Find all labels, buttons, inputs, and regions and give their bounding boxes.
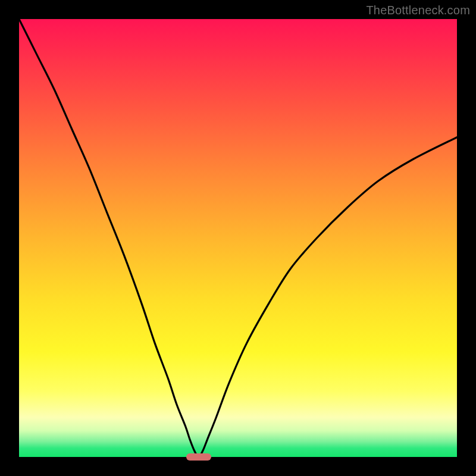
chart-frame: TheBottleneck.com [0,0,476,476]
watermark-text: TheBottleneck.com [366,4,470,17]
bottleneck-curve [19,19,457,457]
optimal-marker [186,453,211,461]
curve-svg [19,19,457,457]
plot-area [19,19,457,457]
